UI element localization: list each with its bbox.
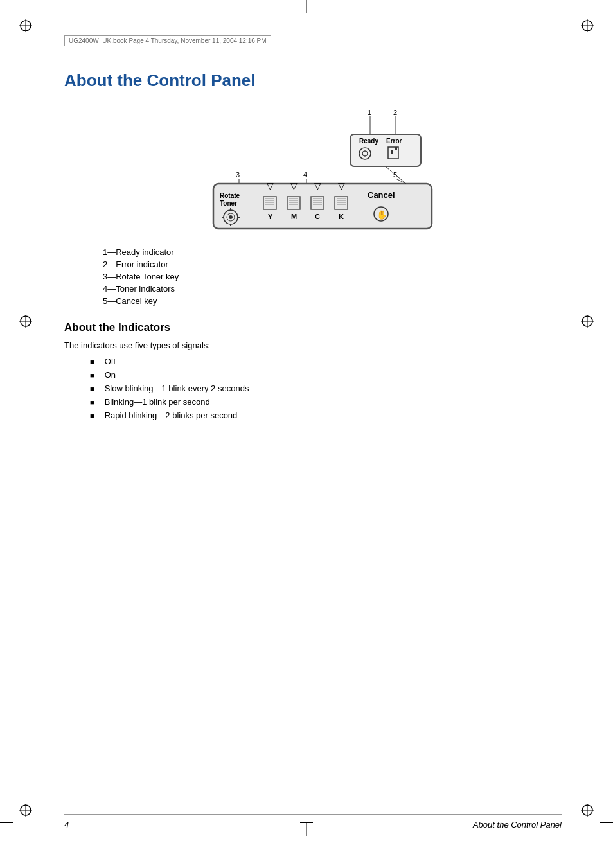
signal-text: Slow blinking—1 blink every 2 seconds xyxy=(105,384,249,393)
page: UG2400W_UK.book Page 4 Thursday, Novembe… xyxy=(0,0,613,868)
svg-point-45 xyxy=(229,215,233,219)
svg-text:Error: Error xyxy=(386,137,402,145)
svg-text:M: M xyxy=(291,213,297,220)
legend-list: 1—Ready indicator 2—Error indicator 3—Ro… xyxy=(103,247,562,306)
page-title: About the Control Panel xyxy=(64,71,562,91)
footer-page-number: 4 xyxy=(64,820,69,829)
crop-mark xyxy=(26,823,26,836)
main-content: About the Control Panel 1 2 Ready Error xyxy=(64,71,562,420)
crop-mark xyxy=(587,0,587,13)
svg-text:▽: ▽ xyxy=(338,181,345,191)
svg-text:Rotate: Rotate xyxy=(220,192,240,199)
footer-title-text: About the Control Panel xyxy=(473,820,562,829)
control-panel-diagram: 1 2 Ready Error 3 4 xyxy=(64,103,562,232)
legend-item: 5—Cancel key xyxy=(103,296,562,306)
svg-text:✋: ✋ xyxy=(377,209,388,220)
signal-item: On xyxy=(90,370,562,380)
crop-mark xyxy=(600,822,613,823)
signal-text: Rapid blinking—2 blinks per second xyxy=(105,411,238,420)
svg-text:3: 3 xyxy=(236,171,240,179)
registration-mark-tr xyxy=(581,19,594,32)
registration-mark-mr xyxy=(581,315,594,328)
crop-mark xyxy=(0,822,13,823)
legend-item: 3—Rotate Toner key xyxy=(103,272,562,281)
svg-text:▽: ▽ xyxy=(267,181,274,191)
svg-text:2: 2 xyxy=(393,109,397,116)
svg-rect-36 xyxy=(213,184,432,229)
svg-text:4: 4 xyxy=(303,171,307,179)
legend-item: 1—Ready indicator xyxy=(103,247,562,257)
svg-text:▽: ▽ xyxy=(314,181,321,191)
signals-list: Off On Slow blinking—1 blink every 2 sec… xyxy=(90,357,562,420)
crop-mark xyxy=(306,0,307,13)
svg-text:Ready: Ready xyxy=(359,137,378,145)
footer: 4 About the Control Panel xyxy=(64,814,562,829)
signal-item: Blinking—1 blink per second xyxy=(90,397,562,407)
signal-item: Slow blinking—1 blink every 2 seconds xyxy=(90,384,562,393)
legend-item: 4—Toner indicators xyxy=(103,284,562,294)
svg-line-77 xyxy=(386,166,406,184)
svg-text:K: K xyxy=(339,213,344,220)
signal-text: On xyxy=(105,370,116,380)
registration-mark-tl xyxy=(19,19,32,32)
svg-text:Y: Y xyxy=(268,213,273,220)
svg-text:Toner: Toner xyxy=(220,200,237,207)
svg-rect-28 xyxy=(391,150,393,154)
registration-mark-br xyxy=(581,804,594,817)
diagram-svg: 1 2 Ready Error 3 4 xyxy=(178,103,448,232)
crop-mark xyxy=(26,0,26,13)
signal-text: Blinking—1 blink per second xyxy=(105,397,210,407)
registration-mark-ml xyxy=(19,315,32,328)
svg-text:▽: ▽ xyxy=(290,181,298,191)
signal-item: Rapid blinking—2 blinks per second xyxy=(90,411,562,420)
crop-mark xyxy=(0,26,13,26)
svg-text:C: C xyxy=(315,213,320,220)
indicators-intro-text: The indicators use five types of signals… xyxy=(64,341,562,350)
crop-mark xyxy=(600,26,613,26)
svg-text:Cancel: Cancel xyxy=(368,190,395,200)
registration-mark-bl xyxy=(19,804,32,817)
crop-mark xyxy=(300,26,313,26)
crop-mark xyxy=(587,823,587,836)
legend-item: 2—Error indicator xyxy=(103,260,562,269)
file-info: UG2400W_UK.book Page 4 Thursday, Novembe… xyxy=(64,35,271,46)
svg-rect-29 xyxy=(395,147,397,150)
signal-text: Off xyxy=(105,357,116,366)
indicators-section-heading: About the Indicators xyxy=(64,321,562,334)
svg-text:1: 1 xyxy=(368,109,371,116)
signal-item: Off xyxy=(90,357,562,366)
